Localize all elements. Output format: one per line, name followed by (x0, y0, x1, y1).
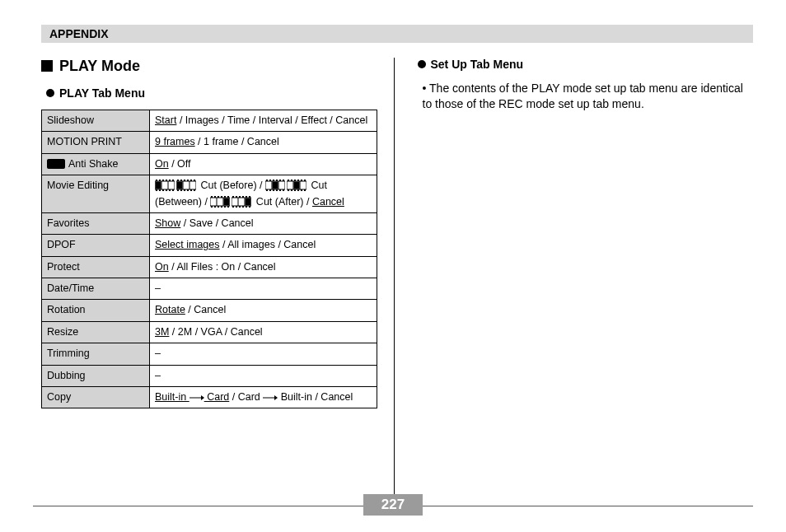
table-row: Date/Time– (42, 278, 377, 300)
menu-label: Resize (47, 326, 78, 338)
menu-label: Anti Shake (68, 158, 118, 170)
menu-label-cell: Resize (42, 321, 150, 343)
svg-rect-79 (224, 198, 230, 205)
svg-marker-99 (274, 395, 278, 400)
arrow-right-icon (189, 394, 204, 401)
table-row: MOTION PRINT9 frames / 1 frame / Cancel (42, 132, 377, 153)
menu-option-text: / Images / Time / Interval / Effect / Ca… (176, 114, 367, 126)
table-row: Movie Editing Cut (Before) / Cut (Betwee… (42, 175, 377, 213)
menu-label: MOTION PRINT (47, 136, 122, 147)
menu-value-cell: On / All Files : On / Cancel (150, 256, 377, 278)
menu-label-cell: Favorites (42, 212, 150, 234)
arrow-right-icon (263, 394, 278, 401)
play-tab-menu-table: SlideshowStart / Images / Time / Interva… (41, 110, 377, 408)
svg-rect-63 (293, 182, 299, 189)
table-row: Resize3M / 2M / VGA / Cancel (42, 321, 377, 343)
menu-label: Favorites (47, 217, 89, 229)
menu-option-text: / 1 frame / Cancel (195, 136, 279, 147)
svg-rect-15 (156, 182, 161, 189)
menu-value-cell: Cut (Before) / Cut (Between) / Cut (Afte… (150, 175, 377, 213)
menu-value-cell: – (150, 343, 377, 365)
menu-value-cell: Show / Save / Cancel (150, 212, 377, 234)
table-row: Trimming– (42, 343, 377, 365)
menu-label: Slideshow (47, 114, 94, 126)
left-column: PLAY Mode PLAY Tab Menu SlideshowStart /… (41, 58, 394, 494)
square-icon (41, 60, 53, 72)
appendix-label: APPENDIX (49, 27, 109, 40)
menu-default-option: On (155, 158, 169, 170)
filmstrip-icon (155, 180, 175, 191)
table-row: Anti ShakeOn / Off (42, 153, 377, 175)
menu-value-cell: On / Off (150, 153, 377, 175)
menu-label-cell: Protect (42, 256, 150, 278)
menu-value-cell: 9 frames / 1 frame / Cancel (150, 132, 377, 153)
appendix-banner: APPENDIX (41, 25, 753, 43)
setup-tab-heading: Set Up Tab Menu (418, 58, 754, 71)
menu-label-cell: Anti Shake (42, 153, 150, 175)
menu-default-option: 9 frames (155, 136, 195, 147)
menu-value-cell: Start / Images / Time / Interval / Effec… (150, 110, 377, 132)
menu-label: Trimming (47, 348, 90, 359)
menu-option-text: / All Files : On / Cancel (169, 261, 276, 273)
table-row: FavoritesShow / Save / Cancel (42, 212, 377, 234)
menu-default-option: Select images (155, 239, 220, 250)
svg-marker-97 (201, 395, 204, 400)
menu-default-option: Start (155, 114, 176, 126)
play-mode-text: PLAY Mode (59, 58, 140, 74)
page-footer: 227 (33, 494, 753, 519)
menu-label: DPOF (47, 239, 76, 250)
menu-label-cell: Movie Editing (42, 175, 150, 213)
page-number-box: 227 (363, 494, 423, 516)
menu-option-text: / Save / Cancel (180, 217, 253, 229)
table-row: RotationRotate / Cancel (42, 300, 377, 321)
filmstrip-icon (287, 180, 306, 191)
menu-default-option: 3M (155, 326, 169, 338)
note-bullet: • (423, 82, 427, 95)
menu-label: Date/Time (47, 282, 94, 294)
anti-shake-icon (47, 159, 65, 169)
table-row: CopyBuilt-in Card / Card Built-in / Canc… (42, 386, 377, 408)
menu-option-text: / Cancel (185, 304, 226, 315)
note-text: The contents of the PLAY mode set up tab… (423, 82, 743, 110)
menu-label: Movie Editing (47, 180, 109, 191)
table-row: Dubbing– (42, 365, 377, 386)
bullet-icon (418, 60, 426, 68)
table-row: DPOFSelect images / All images / Cancel (42, 235, 377, 256)
menu-default-option: Show (155, 217, 180, 229)
filmstrip-icon (210, 196, 230, 208)
table-row: ProtectOn / All Files : On / Cancel (42, 256, 377, 278)
columns: PLAY Mode PLAY Tab Menu SlideshowStart /… (41, 58, 753, 494)
right-column: Set Up Tab Menu • The contents of the PL… (394, 58, 754, 494)
menu-value-cell: – (150, 278, 377, 300)
play-mode-heading: PLAY Mode (41, 58, 377, 75)
menu-option-text: / Off (169, 158, 191, 170)
setup-note: • The contents of the PLAY mode set up t… (423, 81, 754, 112)
menu-default-option: On (155, 261, 169, 273)
page: APPENDIX PLAY Mode PLAY Tab Menu Slidesh… (0, 0, 786, 532)
bullet-icon (46, 89, 54, 97)
menu-label-cell: DPOF (42, 235, 150, 256)
menu-option-text: / All images / Cancel (220, 239, 316, 250)
menu-label: Protect (47, 261, 80, 273)
setup-tab-text: Set Up Tab Menu (431, 58, 524, 71)
menu-label-cell: Slideshow (42, 110, 150, 132)
filmstrip-icon (176, 180, 196, 191)
page-number: 227 (381, 497, 405, 513)
menu-label: Rotation (47, 304, 86, 315)
menu-label-cell: Dubbing (42, 365, 150, 386)
table-row: SlideshowStart / Images / Time / Interva… (42, 110, 377, 132)
svg-rect-47 (272, 182, 278, 189)
menu-label-cell: Date/Time (42, 278, 150, 300)
menu-value-cell: Rotate / Cancel (150, 300, 377, 321)
menu-option-text: / 2M / VGA / Cancel (169, 326, 262, 338)
menu-label-cell: Trimming (42, 343, 150, 365)
filmstrip-icon (232, 196, 251, 208)
menu-label: Copy (47, 391, 71, 403)
menu-label-cell: Rotation (42, 300, 150, 321)
play-tab-menu-text: PLAY Tab Menu (59, 86, 145, 100)
menu-label-cell: Copy (42, 386, 150, 408)
menu-value-cell: – (150, 365, 377, 386)
menu-default-option: Rotate (155, 304, 185, 315)
menu-label: Dubbing (47, 370, 86, 381)
menu-value-cell: Built-in Card / Card Built-in / Cancel (150, 386, 377, 408)
